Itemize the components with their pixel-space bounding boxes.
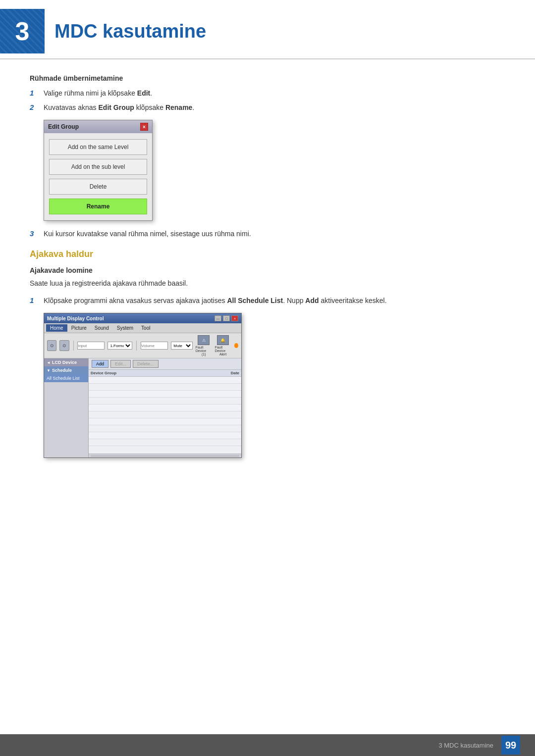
table-row [89,439,241,446]
chapter-number: 3 [15,16,30,46]
mdc-toolbar-right: ⚠ Fault Device (1) 🔔 Fault Device Alert [196,335,238,356]
dialog-body: Add on the same Level Add on the sub lev… [44,133,152,220]
mdc-lcd-label: LCD Device [52,360,77,365]
page-header: 3 MDC kasutamine [0,0,535,59]
mdc-lcd-arrow: ◄ [47,360,51,365]
mdc-toolbar-icon-1: ⊙ [47,340,56,351]
mdc-right-area: Add Edit... Delete... Device Group Date [89,358,241,457]
chapter-title: MDC kasutamine [54,21,206,42]
section-heading-renaming: Rühmade ümbernimetamine [30,74,505,82]
mdc-fault-device-label: Fault Device [196,346,212,353]
mdc-toolbar-sep-2 [136,341,137,351]
mdc-format-select[interactable]: 1.Format [107,342,132,350]
mdc-schedule-header: ▼ Schedule [44,366,88,374]
subsection-heading-schedule: Ajakavade loomine [30,266,505,274]
mdc-fault-alert-icon: 🔔 Fault Device Alert [215,335,231,356]
dialog-titlebar: Edit Group × [44,120,152,133]
mdc-fault-device-icon: ⚠ Fault Device (1) [196,335,212,356]
mdc-close-button[interactable]: × [231,315,238,321]
mdc-schedule-label: Schedule [52,368,72,373]
btn-add-same-level[interactable]: Add on the same Level [49,139,147,155]
step-number-2: 2 [30,103,44,111]
btn-delete[interactable]: Delete [49,179,147,195]
mdc-menu-tool[interactable]: Tool [137,324,154,332]
mdc-action-bar: Add Edit... Delete... [89,358,241,370]
mdc-delete-button[interactable]: Delete... [133,360,159,368]
table-row [89,432,241,439]
step-1: 1 Valige rühma nimi ja klõpsake Edit. [30,88,505,99]
main-content: Rühmade ümbernimetamine 1 Valige rühma n… [0,69,535,498]
mdc-toolbar-sep-1 [73,341,74,351]
table-row [89,384,241,391]
step-text-2: Kuvatavas aknas Edit Group klõpsake Rena… [44,102,194,113]
mdc-minimize-button[interactable]: — [214,315,221,321]
mdc-menu-picture[interactable]: Picture [67,324,91,332]
mdc-menu-bar: Home Picture Sound System Tool [44,323,241,333]
mdc-left-panel: ◄ LCD Device ▼ Schedule All Schedule Lis… [44,358,89,457]
mdc-edit-button[interactable]: Edit... [110,360,131,368]
mdc-table-header: Device Group Date [89,370,241,377]
steps-list-1: 1 Valige rühma nimi ja klõpsake Edit. 2 … [30,88,505,113]
page-footer: 3 MDC kasutamine 99 [0,734,535,756]
dialog-container: Edit Group × Add on the same Level Add o… [44,120,505,221]
mdc-volume-field[interactable] [141,342,168,350]
table-row [89,425,241,432]
mdc-toolbar: ⊙ ⊙ 1.Format Mute ⚠ Fault [44,333,241,358]
mdc-maximize-button[interactable]: □ [223,315,230,321]
mdc-alert-sub-label: Alert [219,353,226,356]
step-text-3: Kui kursor kuvatakse vanal rühma nimel, … [44,229,251,239]
edit-group-dialog: Edit Group × Add on the same Level Add o… [44,120,153,221]
mdc-input-field[interactable] [77,342,105,350]
dialog-close-button[interactable]: × [140,123,148,131]
step-2-text-1: Klõpsake programmi akna vasakus servas a… [44,296,387,306]
step-3: 3 Kui kursor kuvatakse vanal rühma nimel… [30,229,505,239]
mdc-scrollbar-track [91,455,239,457]
mdc-all-schedule-item[interactable]: All Schedule List [44,374,88,382]
steps-list-2: 1 Klõpsake programmi akna vasakus servas… [30,296,505,306]
chapter-number-box: 3 [0,9,45,53]
mdc-fault-alert-label: Fault Device [215,346,231,353]
mdc-window-controls: — □ × [214,315,238,321]
step-2-number-1: 1 [30,296,44,304]
btn-add-sub-level[interactable]: Add on the sub level [49,159,147,175]
mdc-mute-select[interactable]: Mute [171,342,192,350]
table-row [89,418,241,425]
mdc-add-button[interactable]: Add [92,360,108,368]
mdc-horizontal-scrollbar[interactable] [89,454,241,457]
footer-page-number: 99 [501,736,520,755]
section-schedule: Ajakava haldur Ajakavade loomine Saate l… [30,249,505,458]
paragraph-schedule: Saate luua ja registreerida ajakava rühm… [30,278,505,289]
footer-text: 3 MDC kasutamine [438,742,493,749]
mdc-toolbar-icon-2: ⊙ [59,340,69,351]
step-number-1: 1 [30,89,44,97]
mdc-menu-system[interactable]: System [113,324,137,332]
section-renaming: Rühmade ümbernimetamine 1 Valige rühma n… [30,74,505,239]
mdc-alert-icon-img: 🔔 [217,335,229,345]
mdc-fault-num-label: (1) [202,353,206,356]
mdc-menu-sound[interactable]: Sound [91,324,113,332]
table-row [89,377,241,384]
mdc-menu-home[interactable]: Home [46,324,67,332]
section-title-schedule: Ajakava haldur [30,249,505,259]
mdc-lcd-device-header: ◄ LCD Device [44,358,88,366]
mdc-window-container: Multiple Display Control — □ × Home Pict… [44,313,505,458]
mdc-col-date-header: Date [210,371,239,375]
table-row [89,398,241,404]
mdc-titlebar: Multiple Display Control — □ × [44,313,241,323]
dialog-title: Edit Group [48,123,79,130]
btn-rename[interactable]: Rename [49,199,147,214]
mdc-fault-icon-img: ⚠ [198,335,210,345]
table-row [89,404,241,411]
mdc-window: Multiple Display Control — □ × Home Pict… [44,313,242,458]
step-number-3: 3 [30,229,44,238]
mdc-schedule-arrow: ▼ [47,368,51,373]
mdc-content-area: ◄ LCD Device ▼ Schedule All Schedule Lis… [44,358,241,457]
mdc-window-title: Multiple Display Control [47,316,104,321]
step-text-1: Valige rühma nimi ja klõpsake Edit. [44,88,152,99]
table-row [89,391,241,398]
mdc-table-rows [89,377,241,454]
step-2-1: 1 Klõpsake programmi akna vasakus servas… [30,296,505,306]
mdc-status-indicator [234,343,238,348]
table-row [89,411,241,418]
step-2: 2 Kuvatavas aknas Edit Group klõpsake Re… [30,102,505,113]
